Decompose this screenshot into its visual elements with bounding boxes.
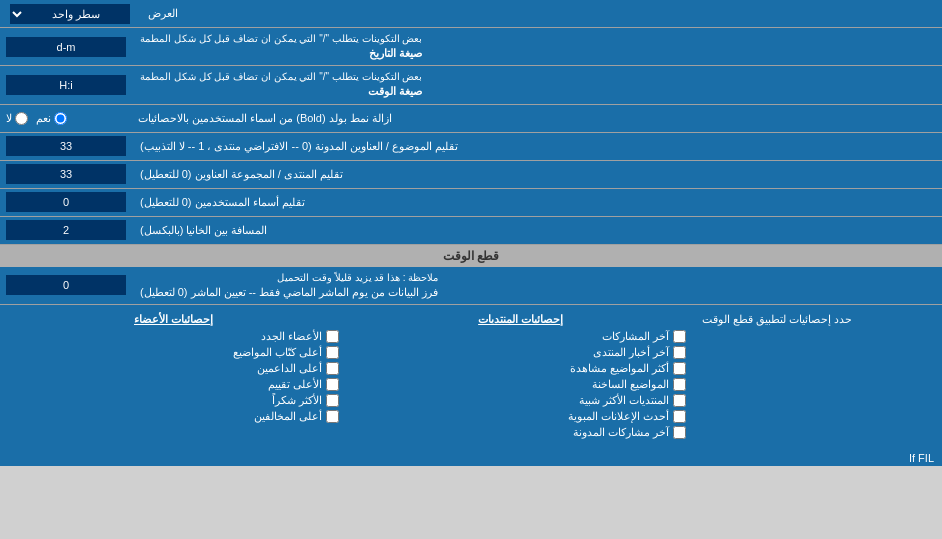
checkbox-top-online-input[interactable] — [326, 362, 339, 375]
if-fil-text: If FIL — [909, 452, 934, 464]
date-format-input[interactable] — [6, 37, 126, 57]
time-section-label: ملاحظة : هذا قد يزيد قليلاً وقت التحميل … — [132, 267, 942, 304]
bold-remove-radio-cell: نعم لا — [0, 105, 130, 132]
checkbox-recent-ads[interactable]: أحدث الإعلانات المبوية — [355, 410, 686, 423]
user-order-input-cell — [0, 189, 132, 216]
member-stats-col: إحصائيات الأعضاء الأعضاء الجدد أعلى كتّا… — [0, 309, 347, 446]
topic-order-label: تقليم الموضوع / العناوين المدونة (0 -- ا… — [132, 133, 942, 160]
checkbox-most-thanks-input[interactable] — [326, 394, 339, 407]
checkbox-most-viewed[interactable]: أكثر المواضيع مشاهدة — [355, 362, 686, 375]
date-format-row: بعض التكوينات يتطلب "/" التي يمكن ان تضا… — [0, 28, 942, 66]
time-section-input[interactable] — [6, 275, 126, 295]
distance-label: المسافة بين الخانيا (بالبكسل) — [132, 217, 942, 244]
time-format-input[interactable] — [6, 75, 126, 95]
if-fil-row: If FIL — [0, 450, 942, 466]
time-section-header: قطع الوقت — [0, 245, 942, 267]
forum-stats-header: إحصائيات المنتديات — [355, 313, 686, 326]
radio-yes-label[interactable]: نعم — [36, 112, 67, 125]
forum-order-row: تقليم المنتدى / المجموعة العناوين (0 للت… — [0, 161, 942, 189]
checkbox-top-posters-input[interactable] — [326, 346, 339, 359]
forum-order-input[interactable] — [6, 164, 126, 184]
distance-row: المسافة بين الخانيا (بالبكسل) — [0, 217, 942, 245]
forum-order-label: تقليم المنتدى / المجموعة العناوين (0 للت… — [132, 161, 942, 188]
date-label-text: بعض التكوينات يتطلب "/" التي يمكن ان تضا… — [140, 32, 422, 61]
topic-order-input[interactable] — [6, 136, 126, 156]
title-text: العرض — [148, 6, 178, 21]
checkbox-last-posts[interactable]: آخر المشاركات — [355, 330, 686, 343]
bottom-section: حدد إحصائيات لتطبيق قطع الوقت إحصائيات ا… — [0, 305, 942, 450]
forum-stats-col: إحصائيات المنتديات آخر المشاركات آخر أخب… — [347, 309, 694, 446]
distance-input-cell — [0, 217, 132, 244]
topic-order-input-cell — [0, 133, 132, 160]
checkbox-top-online[interactable]: أعلى الداعمين — [8, 362, 339, 375]
display-select[interactable]: سطر واحد — [10, 4, 130, 24]
time-label-text: بعض التكوينات يتطلب "/" التي يمكن ان تضا… — [140, 70, 422, 99]
time-section-row: ملاحظة : هذا قد يزيد قليلاً وقت التحميل … — [0, 267, 942, 305]
distance-input[interactable] — [6, 220, 126, 240]
header-row: العرض سطر واحد — [0, 0, 942, 28]
checkbox-top-subscribed-input[interactable] — [326, 410, 339, 423]
checkbox-last-noted[interactable]: آخر مشاركات المدونة — [355, 426, 686, 439]
checkbox-top-subscribed[interactable]: أعلى المخالفين — [8, 410, 339, 423]
date-format-input-cell — [0, 28, 132, 65]
limit-label-col: حدد إحصائيات لتطبيق قطع الوقت — [694, 309, 942, 446]
checkbox-similar-forums-input[interactable] — [673, 394, 686, 407]
main-container: العرض سطر واحد بعض التكوينات يتطلب "/" ا… — [0, 0, 942, 466]
checkbox-hot-topics[interactable]: المواضيع الساخنة — [355, 378, 686, 391]
limit-label: حدد إحصائيات لتطبيق قطع الوقت — [702, 313, 852, 326]
checkbox-last-news[interactable]: آخر أخبار المنتدى — [355, 346, 686, 359]
bold-remove-label: ازالة نمط بولد (Bold) من اسماء المستخدمي… — [130, 105, 942, 132]
checkbox-most-thanks[interactable]: الأكثر شكراً — [8, 394, 339, 407]
topic-order-row: تقليم الموضوع / العناوين المدونة (0 -- ا… — [0, 133, 942, 161]
checkbox-top-rated[interactable]: الأعلى تقييم — [8, 378, 339, 391]
checkbox-last-noted-input[interactable] — [673, 426, 686, 439]
user-order-label: تقليم أسماء المستخدمين (0 للتعطيل) — [132, 189, 942, 216]
select-cell: سطر واحد — [0, 0, 140, 27]
time-format-input-cell — [0, 66, 132, 103]
checkbox-recent-ads-input[interactable] — [673, 410, 686, 423]
checkbox-last-posts-input[interactable] — [673, 330, 686, 343]
checkbox-last-news-input[interactable] — [673, 346, 686, 359]
user-order-row: تقليم أسماء المستخدمين (0 للتعطيل) — [0, 189, 942, 217]
checkbox-top-posters[interactable]: أعلى كتّاب المواضيع — [8, 346, 339, 359]
radio-no-label[interactable]: لا — [6, 112, 28, 125]
checkbox-new-members-input[interactable] — [326, 330, 339, 343]
forum-order-input-cell — [0, 161, 132, 188]
date-format-label: بعض التكوينات يتطلب "/" التي يمكن ان تضا… — [132, 28, 942, 65]
checkbox-most-viewed-input[interactable] — [673, 362, 686, 375]
radio-no[interactable] — [15, 112, 28, 125]
checkbox-similar-forums[interactable]: المنتديات الأكثر شبية — [355, 394, 686, 407]
checkbox-hot-topics-input[interactable] — [673, 378, 686, 391]
user-order-input[interactable] — [6, 192, 126, 212]
bold-remove-row: ازالة نمط بولد (Bold) من اسماء المستخدمي… — [0, 105, 942, 133]
checkbox-top-rated-input[interactable] — [326, 378, 339, 391]
time-section-input-cell — [0, 267, 132, 304]
page-title: العرض — [140, 0, 942, 27]
time-format-row: بعض التكوينات يتطلب "/" التي يمكن ان تضا… — [0, 66, 942, 104]
checkbox-new-members[interactable]: الأعضاء الجدد — [8, 330, 339, 343]
radio-yes[interactable] — [54, 112, 67, 125]
member-stats-header: إحصائيات الأعضاء — [8, 313, 339, 326]
bottom-grid: حدد إحصائيات لتطبيق قطع الوقت إحصائيات ا… — [0, 309, 942, 446]
time-format-label: بعض التكوينات يتطلب "/" التي يمكن ان تضا… — [132, 66, 942, 103]
